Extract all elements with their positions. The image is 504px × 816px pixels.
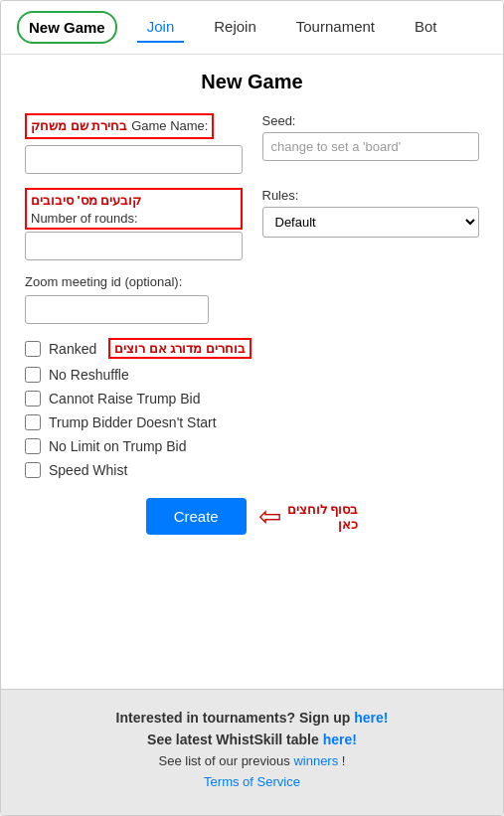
footer-line1-link[interactable]: here! xyxy=(354,710,388,726)
footer-line3-suffix: ! xyxy=(342,753,346,768)
footer-line2-prefix: See latest WhistSkill table xyxy=(147,732,323,747)
checkbox-row-no-limit: No Limit on Trump Bid xyxy=(25,438,479,454)
game-name-label-box: בחירת שם משחק Game Name: xyxy=(25,113,214,139)
game-name-input[interactable] xyxy=(25,145,243,174)
checkbox-row-speed-whist: Speed Whist xyxy=(25,462,479,478)
nav-tournament[interactable]: Tournament xyxy=(286,12,385,43)
footer-line2-link[interactable]: here! xyxy=(323,732,357,747)
seed-col: Seed: xyxy=(262,113,480,174)
arrow-area: ⇦ בסוף לוחצים כאן xyxy=(258,500,359,533)
game-name-col: בחירת שם משחק Game Name: xyxy=(25,113,243,174)
seed-input[interactable] xyxy=(262,132,480,161)
rules-col: Rules: Default xyxy=(262,188,480,260)
nav-bot[interactable]: Bot xyxy=(405,12,447,43)
left-arrow-icon: ⇦ xyxy=(258,500,281,533)
footer-line-2: See latest WhistSkill table here! xyxy=(17,732,487,747)
checkbox-ranked[interactable] xyxy=(25,341,41,357)
rounds-col: קובעים מס' סיבובים Number of rounds: 14 xyxy=(25,188,243,260)
ranked-hebrew-label: בוחרים מדורג אם רוצים xyxy=(108,338,252,359)
checkbox-trump-bidder[interactable] xyxy=(25,414,41,430)
checkbox-speed-whist[interactable] xyxy=(25,462,41,478)
create-button[interactable]: Create xyxy=(146,498,247,535)
checkboxes-section: Ranked בוחרים מדורג אם רוצים No Reshuffl… xyxy=(25,338,479,478)
nav-rejoin[interactable]: Rejoin xyxy=(204,12,266,43)
rules-label: Rules: xyxy=(262,188,480,203)
checkbox-label-speed-whist: Speed Whist xyxy=(49,462,127,478)
zoom-label: Zoom meeting id (optional): xyxy=(25,274,479,289)
rounds-hebrew: קובעים מס' סיבובים xyxy=(31,193,141,208)
checkbox-label-cannot-raise: Cannot Raise Trump Bid xyxy=(49,391,201,407)
game-name-eng: Game Name: xyxy=(131,118,208,133)
game-name-labels: בחירת שם משחק Game Name: xyxy=(25,113,243,141)
checkbox-label-no-limit: No Limit on Trump Bid xyxy=(49,438,187,454)
footer-line3-prefix: See list of our previous xyxy=(159,753,294,768)
app-window: New Game Join Rejoin Tournament Bot New … xyxy=(0,0,504,816)
checkbox-label-no-reshuffle: No Reshuffle xyxy=(49,367,129,383)
footer: Interested in tournaments? Sign up here!… xyxy=(1,689,503,815)
footer-line-4: Terms of Service xyxy=(17,774,487,789)
arrow-hebrew-text: בסוף לוחצים כאן xyxy=(287,502,359,532)
checkbox-row-no-reshuffle: No Reshuffle xyxy=(25,367,479,383)
checkbox-cannot-raise[interactable] xyxy=(25,391,41,407)
checkbox-label-trump-bidder: Trump Bidder Doesn't Start xyxy=(49,414,217,430)
footer-line1-prefix: Interested in tournaments? Sign up xyxy=(116,710,355,726)
footer-line-1: Interested in tournaments? Sign up here! xyxy=(17,710,487,726)
nav-new-game[interactable]: New Game xyxy=(17,11,117,44)
rounds-rules-row: קובעים מס' סיבובים Number of rounds: 14 … xyxy=(25,188,479,260)
zoom-section: Zoom meeting id (optional): xyxy=(25,274,479,324)
rounds-label-box: קובעים מס' סיבובים Number of rounds: xyxy=(25,188,243,230)
page-title: New Game xyxy=(25,71,479,93)
zoom-input[interactable] xyxy=(25,295,209,324)
nav-join[interactable]: Join xyxy=(137,12,185,43)
rounds-eng: Number of rounds: xyxy=(31,211,138,226)
checkbox-no-reshuffle[interactable] xyxy=(25,367,41,383)
main-content: New Game בחירת שם משחק Game Name: Seed: xyxy=(1,55,503,689)
footer-winners-link[interactable]: winners xyxy=(293,753,338,768)
seed-label: Seed: xyxy=(262,113,480,128)
checkbox-no-limit[interactable] xyxy=(25,438,41,454)
checkbox-row-trump-bidder: Trump Bidder Doesn't Start xyxy=(25,414,479,430)
nav-bar: New Game Join Rejoin Tournament Bot xyxy=(1,1,503,55)
game-name-seed-row: בחירת שם משחק Game Name: Seed: xyxy=(25,113,479,174)
footer-line-3: See list of our previous winners ! xyxy=(17,753,487,768)
footer-tos-link[interactable]: Terms of Service xyxy=(204,774,300,789)
game-name-hebrew: בחירת שם משחק xyxy=(31,118,127,133)
checkbox-label-ranked: Ranked xyxy=(49,341,96,357)
rounds-input[interactable]: 14 xyxy=(25,232,243,260)
checkbox-row-cannot-raise: Cannot Raise Trump Bid xyxy=(25,391,479,407)
checkbox-row-ranked: Ranked בוחרים מדורג אם רוצים xyxy=(25,338,479,359)
create-area: Create ⇦ בסוף לוחצים כאן xyxy=(25,498,479,535)
rules-select[interactable]: Default xyxy=(262,207,480,238)
